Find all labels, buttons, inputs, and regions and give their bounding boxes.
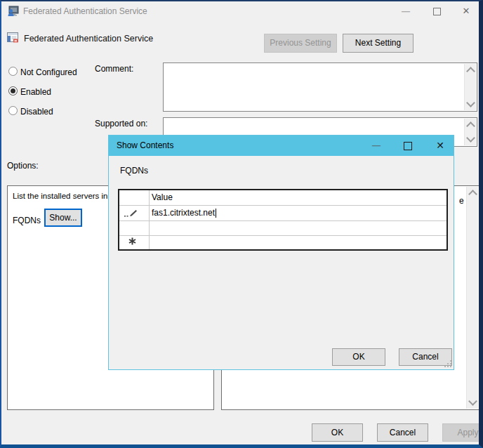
fqdn-grid[interactable]: Value fas1.citrixtest.net — [118, 189, 448, 251]
options-fqdns-label: FQDNs — [13, 216, 41, 225]
close-button[interactable]: ✕ — [451, 1, 482, 21]
radio-enabled[interactable] — [8, 86, 18, 95]
policy-setting-icon — [7, 32, 18, 43]
supported-scrollbar[interactable] — [464, 119, 476, 145]
options-label: Options: — [7, 161, 39, 171]
dialog-minimize-button[interactable]: — — [362, 136, 390, 155]
previous-setting-button[interactable]: Previous Setting — [264, 34, 337, 53]
window-title: Federated Authentication Service — [23, 6, 147, 16]
show-contents-dialog: Show Contents — ✕ FQDNs Value fas1.citri… — [108, 135, 454, 370]
window-titlebar[interactable]: Federated Authentication Service — ✕ — [1, 1, 479, 22]
minimize-icon: — — [372, 140, 381, 150]
options-description: List the installed servers in y — [13, 192, 114, 200]
minimize-button[interactable]: — — [390, 1, 421, 21]
minimize-icon: — — [402, 6, 410, 16]
scroll-up-icon[interactable] — [466, 67, 475, 76]
row-edit-pencil-icon — [124, 209, 139, 218]
maximize-icon — [404, 142, 412, 150]
fqdn-value-text: fas1.citrixtest.net — [152, 208, 215, 218]
radio-disabled-label: Disabled — [20, 107, 53, 117]
radio-disabled[interactable] — [8, 106, 18, 115]
grid-row-divider — [119, 220, 446, 221]
policy-editor-window: Federated Authentication Service — ✕ Fed… — [0, 0, 483, 448]
scroll-down-icon[interactable] — [466, 133, 475, 143]
radio-not-configured-label: Not Configured — [20, 67, 77, 77]
dialog-title: Show Contents — [117, 140, 173, 150]
dialog-close-button[interactable]: ✕ — [426, 136, 454, 155]
setting-name: Federated Authentication Service — [24, 34, 153, 44]
maximize-icon — [433, 8, 441, 15]
dialog-maximize-button[interactable] — [394, 136, 422, 155]
help-text-fragment: e — [459, 196, 464, 206]
cancel-button[interactable]: Cancel — [377, 423, 428, 442]
help-scrollbar[interactable] — [466, 187, 478, 409]
grid-cell-value[interactable]: fas1.citrixtest.net — [152, 208, 216, 218]
close-icon: ✕ — [436, 140, 444, 151]
dialog-titlebar[interactable]: Show Contents — ✕ — [109, 136, 454, 156]
close-icon: ✕ — [463, 6, 470, 16]
comment-scrollbar[interactable] — [464, 64, 476, 110]
comment-label: Comment: — [95, 64, 133, 74]
grid-row-divider — [119, 235, 446, 236]
dialog-ok-button[interactable]: OK — [332, 348, 385, 366]
app-icon — [8, 6, 19, 17]
supported-on-label: Supported on: — [95, 119, 147, 129]
radio-enabled-label: Enabled — [20, 87, 51, 97]
new-row-asterisk-icon — [128, 237, 136, 245]
ok-button[interactable]: OK — [312, 423, 363, 442]
show-button[interactable]: Show... — [44, 209, 82, 227]
scroll-down-icon[interactable] — [466, 98, 475, 107]
scroll-down-icon[interactable] — [468, 397, 477, 406]
radio-not-configured[interactable] — [8, 67, 18, 76]
grid-column-header-value[interactable]: Value — [152, 192, 173, 202]
maximize-button[interactable] — [421, 1, 452, 21]
comment-textbox[interactable] — [163, 62, 477, 112]
dialog-fqdns-label: FQDNs — [120, 166, 148, 176]
text-caret — [216, 209, 216, 218]
grid-column-divider — [149, 190, 150, 249]
scroll-up-icon[interactable] — [468, 190, 477, 199]
resize-grip[interactable] — [444, 360, 452, 368]
next-setting-button[interactable]: Next Setting — [343, 34, 413, 53]
scroll-up-icon[interactable] — [466, 121, 475, 131]
apply-button[interactable]: Apply — [442, 423, 483, 442]
grid-row-divider — [119, 205, 446, 206]
